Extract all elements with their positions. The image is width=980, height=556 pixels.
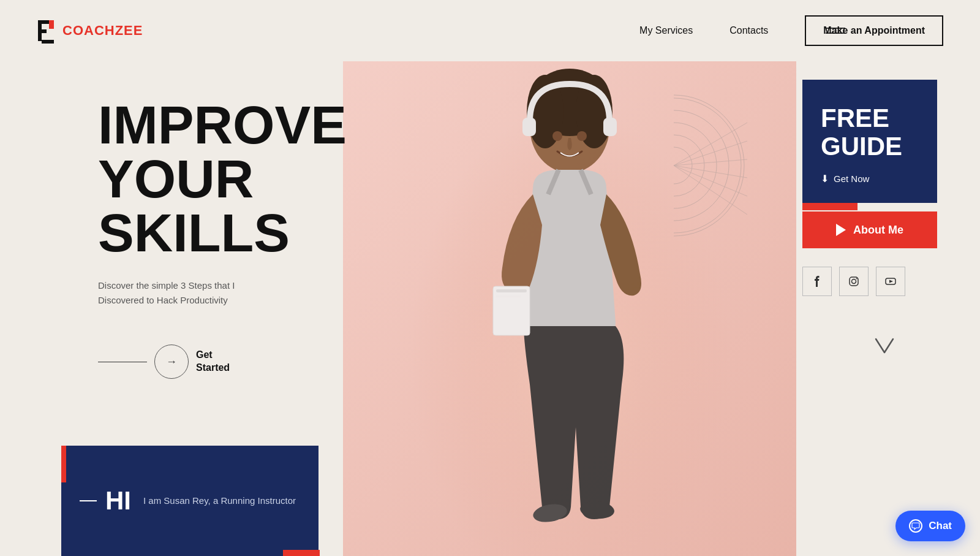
get-started-button[interactable]: → GetStarted (98, 345, 306, 379)
svg-point-36 (856, 278, 858, 280)
facebook-button[interactable] (802, 267, 832, 296)
hi-description: I am Susan Rey, a Running Instructor (143, 494, 296, 508)
scroll-down-indicator[interactable] (813, 333, 956, 360)
chat-button[interactable]: Chat (895, 511, 965, 541)
left-panel: IMPROVE YOUR SKILLS Discover the simple … (0, 0, 343, 556)
logo-icon (37, 18, 58, 44)
nav-link-services[interactable]: My Services (639, 25, 693, 36)
get-started-label: GetStarted (196, 349, 230, 375)
athlete-figure (410, 47, 729, 556)
youtube-button[interactable] (876, 267, 905, 296)
hero-subtitle: Discover the simple 3 Steps that I Disco… (98, 278, 239, 308)
get-now-button[interactable]: ⬇ Get Now (821, 173, 919, 203)
make-appointment-button[interactable]: Make an Appointment (805, 15, 943, 46)
hi-card-accent (61, 446, 66, 482)
free-guide-container: FREE GUIDE ⬇ Get Now (802, 80, 956, 210)
logo[interactable]: COACHZEE (37, 18, 143, 44)
free-guide-accent-bar (802, 203, 858, 210)
free-guide-card: FREE GUIDE ⬇ Get Now (802, 80, 937, 203)
svg-rect-32 (496, 289, 527, 292)
youtube-icon (885, 276, 896, 287)
nav-link-contacts[interactable]: Contacts (729, 25, 768, 36)
svg-point-35 (852, 280, 856, 284)
instagram-button[interactable] (839, 267, 869, 296)
facebook-icon (812, 276, 823, 287)
get-started-circle: → (154, 345, 189, 379)
svg-point-29 (552, 131, 562, 141)
download-icon: ⬇ (821, 173, 829, 185)
logo-text: COACHZEE (62, 23, 143, 39)
play-icon (836, 224, 846, 236)
svg-rect-23 (522, 118, 536, 136)
right-panel: FREE GUIDE ⬇ Get Now About Me (796, 0, 980, 556)
svg-rect-2 (38, 29, 47, 33)
hi-label: HI (80, 486, 131, 516)
nav-links: My Services Contacts Make an Appointment (639, 15, 943, 46)
svg-rect-4 (49, 20, 54, 29)
svg-rect-31 (493, 286, 530, 335)
about-me-card[interactable]: About Me (802, 211, 937, 248)
main-content: IMPROVE YOUR SKILLS Discover the simple … (0, 0, 980, 556)
hi-card: HI I am Susan Rey, a Running Instructor (61, 446, 318, 556)
scroll-down-arrow (871, 333, 898, 360)
svg-marker-38 (889, 280, 893, 283)
about-me-label: About Me (853, 224, 903, 237)
chat-bubble-icon (909, 519, 922, 533)
hi-card-bottom-accent (283, 550, 320, 556)
svg-point-30 (577, 131, 587, 141)
svg-rect-1 (38, 20, 49, 24)
svg-rect-24 (603, 118, 617, 136)
get-started-line (98, 362, 147, 362)
hero-title: IMPROVE YOUR SKILLS (98, 98, 306, 260)
navigation: COACHZEE My Services Contacts Make an Ap… (0, 0, 980, 61)
svg-rect-33 (496, 295, 521, 297)
social-links (802, 267, 956, 296)
arrow-right-icon: → (166, 356, 177, 368)
instagram-icon (848, 276, 859, 287)
hi-dash (80, 500, 97, 501)
svg-rect-3 (42, 40, 54, 44)
free-guide-title: FREE GUIDE (821, 104, 919, 161)
center-photo-area (343, 0, 796, 556)
